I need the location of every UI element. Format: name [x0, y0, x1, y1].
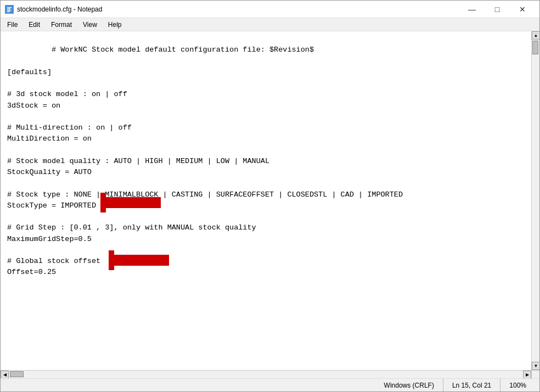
window-title: stockmodelinfo.cfg - Notepad	[17, 5, 102, 13]
minimize-button[interactable]: —	[459, 1, 485, 18]
scroll-down-button[interactable]: ▼	[532, 362, 539, 370]
scroll-thumb-v[interactable]	[532, 41, 538, 54]
svg-rect-4	[7, 11, 10, 12]
scroll-track-h[interactable]	[9, 371, 523, 379]
editor-content[interactable]: # WorkNC Stock model default configurati…	[7, 33, 525, 356]
vertical-scrollbar[interactable]: ▲ ▼	[531, 31, 539, 370]
hscroll-row: ◀ ▶	[1, 370, 539, 378]
status-position: Ln 15, Col 21	[443, 379, 500, 391]
svg-rect-2	[7, 8, 10, 9]
status-bar: Windows (CRLF) Ln 15, Col 21 100%	[1, 378, 539, 391]
scroll-up-button[interactable]: ▲	[532, 31, 539, 40]
scrollbar-corner	[531, 370, 539, 378]
svg-rect-3	[7, 10, 11, 11]
menu-bar: File Edit Format View Help	[1, 18, 539, 31]
menu-format[interactable]: Format	[47, 20, 76, 30]
menu-edit[interactable]: Edit	[24, 20, 44, 30]
scroll-left-button[interactable]: ◀	[1, 371, 9, 379]
app-icon	[5, 5, 14, 14]
menu-help[interactable]: Help	[104, 20, 126, 30]
title-bar: stockmodelinfo.cfg - Notepad — □ ✕	[1, 1, 539, 18]
scroll-right-button[interactable]: ▶	[523, 371, 531, 379]
editor-wrapper: # WorkNC Stock model default configurati…	[1, 31, 539, 378]
title-bar-left: stockmodelinfo.cfg - Notepad	[5, 5, 102, 14]
status-encoding: Windows (CRLF)	[375, 379, 443, 391]
horizontal-scrollbar[interactable]: ◀ ▶	[1, 370, 531, 378]
close-button[interactable]: ✕	[510, 1, 535, 18]
scroll-thumb-h[interactable]	[10, 371, 24, 377]
window-controls: — □ ✕	[459, 1, 535, 18]
scroll-track-v[interactable]	[532, 40, 539, 362]
editor-scroll[interactable]: # WorkNC Stock model default configurati…	[1, 31, 531, 370]
svg-rect-1	[7, 7, 12, 8]
menu-file[interactable]: File	[3, 20, 22, 30]
red-arrow-offset	[109, 250, 175, 270]
maximize-button[interactable]: □	[485, 1, 510, 18]
editor-text: # WorkNC Stock model default configurati…	[7, 46, 403, 276]
editor-inner: # WorkNC Stock model default configurati…	[1, 31, 539, 370]
notepad-window: stockmodelinfo.cfg - Notepad — □ ✕ File …	[0, 0, 540, 392]
status-zoom: 100%	[500, 379, 535, 391]
menu-view[interactable]: View	[78, 20, 102, 30]
